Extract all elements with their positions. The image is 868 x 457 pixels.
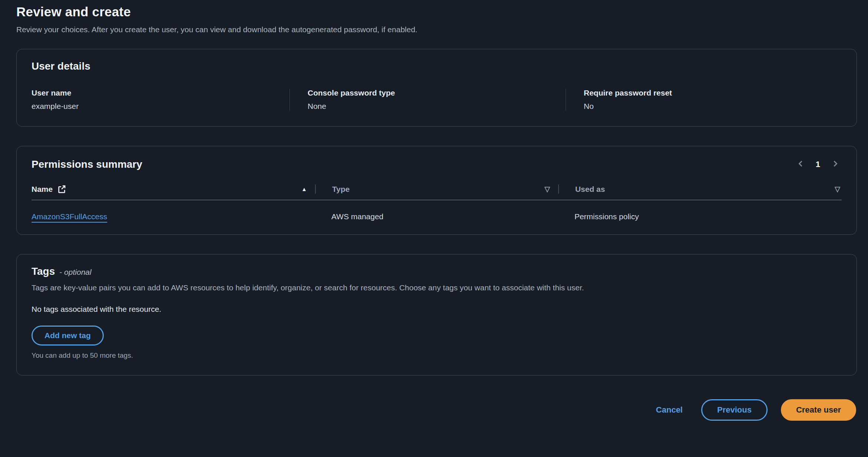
tags-card: Tags - optional Tags are key-value pairs… — [16, 254, 857, 376]
tags-empty-state-text: No tags associated with the resource. — [32, 305, 842, 314]
permissions-heading: Permissions summary — [32, 159, 142, 170]
chevron-left-icon — [796, 160, 805, 169]
user-details-card: User details User name example-user Cons… — [16, 49, 857, 127]
policy-link[interactable]: AmazonS3FullAccess — [32, 212, 107, 221]
console-password-type-value: None — [308, 102, 566, 111]
next-page-button[interactable] — [829, 157, 842, 171]
column-used-as-label: Used as — [575, 185, 605, 194]
tags-heading-row: Tags - optional — [32, 266, 842, 277]
policy-name-cell: AmazonS3FullAccess — [32, 212, 315, 221]
require-password-reset-value: No — [584, 102, 842, 111]
column-header-type[interactable]: Type ▽ — [315, 184, 558, 194]
column-type-label: Type — [332, 185, 349, 194]
column-name-label: Name — [32, 185, 53, 194]
external-link-icon — [57, 184, 66, 194]
require-password-reset-label: Require password reset — [584, 89, 842, 97]
sort-ascending-icon: ▲ — [301, 186, 307, 192]
page-subtitle: Review your choices. After you create th… — [16, 25, 857, 34]
chevron-right-icon — [831, 160, 839, 169]
tags-description: Tags are key-value pairs you can add to … — [32, 283, 842, 292]
sortable-icon: ▽ — [835, 186, 840, 193]
user-details-heading: User details — [32, 60, 842, 72]
permissions-card-header: Permissions summary 1 — [32, 157, 842, 171]
tags-heading: Tags — [32, 266, 55, 277]
sortable-icon: ▽ — [544, 186, 550, 193]
tags-optional-label: - optional — [59, 268, 91, 277]
page-number-1[interactable]: 1 — [812, 160, 824, 169]
previous-page-button[interactable] — [794, 157, 807, 171]
review-and-create-page: Review and create Review your choices. A… — [0, 0, 868, 421]
previous-button[interactable]: Previous — [701, 399, 768, 421]
policy-used-as-cell: Permissions policy — [558, 212, 842, 221]
table-row: AmazonS3FullAccess AWS managed Permissio… — [32, 200, 842, 223]
tags-limit-text: You can add up to 50 more tags. — [32, 351, 842, 360]
page-title: Review and create — [16, 4, 857, 19]
console-password-type-label: Console password type — [308, 89, 566, 97]
cancel-button[interactable]: Cancel — [651, 401, 688, 418]
column-header-used-as[interactable]: Used as ▽ — [558, 184, 842, 194]
user-name-value: example-user — [32, 102, 289, 111]
table-header-row: Name ▲ Type ▽ Used as ▽ — [32, 184, 842, 200]
user-name-field: User name example-user — [32, 89, 289, 111]
policy-type-cell: AWS managed — [315, 212, 558, 221]
user-details-columns: User name example-user Console password … — [32, 89, 842, 111]
wizard-footer-actions: Cancel Previous Create user — [16, 395, 857, 421]
add-new-tag-button[interactable]: Add new tag — [32, 326, 104, 346]
permissions-summary-card: Permissions summary 1 Name — [16, 146, 857, 235]
pagination: 1 — [794, 157, 842, 171]
user-name-label: User name — [32, 89, 289, 97]
console-password-type-field: Console password type None — [289, 89, 566, 111]
require-password-reset-field: Require password reset No — [566, 89, 842, 111]
column-header-name[interactable]: Name ▲ — [32, 184, 315, 194]
create-user-button[interactable]: Create user — [781, 399, 856, 421]
